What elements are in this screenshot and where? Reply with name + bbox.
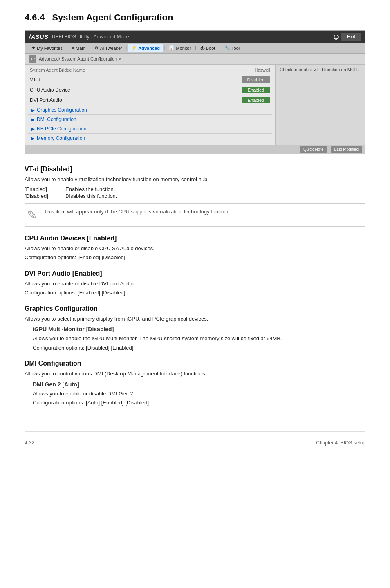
arrow-graphics-icon: ▶ — [31, 108, 35, 112]
tweaker-icon: ⚙ — [94, 45, 99, 51]
doc-dmi-gen2-para1: Allows you to enable or disable DMI Gen … — [33, 390, 365, 398]
bridge-name-label: System Agent Bridge Name — [30, 67, 85, 72]
last-modified-button[interactable]: Last Modified — [331, 146, 362, 153]
doc-vtd-val-disabled: Disables this function. — [65, 193, 117, 199]
doc-cpu-audio-heading: CPU Audio Devices [Enabled] — [25, 235, 365, 242]
bios-content: System Agent Bridge Name Haswell VT-d Di… — [25, 65, 365, 145]
note-icon: ✎ — [25, 208, 39, 222]
bridge-name-value: Haswell — [254, 67, 270, 72]
nav-item-favorites[interactable]: ★ My Favorites — [28, 44, 66, 52]
cpu-audio-label: CPU Audio Device — [30, 87, 70, 93]
doc-igpu-heading: iGPU Multi-Monitor [Disabled] — [33, 326, 365, 332]
dvi-audio-label: DVI Port Audio — [30, 97, 62, 103]
submenu-dmi[interactable]: ▶ DMI Configuration — [28, 115, 272, 124]
submenu-nb-pcie[interactable]: ▶ NB PCIe Configuration — [28, 124, 272, 134]
doc-dvi-audio-para2: Configuration options: [Enabled] [Disabl… — [25, 289, 365, 297]
doc-graphics-para1: Allows you to select a primary display f… — [25, 315, 365, 323]
cpu-audio-row[interactable]: CPU Audio Device Enabled — [28, 85, 272, 95]
bios-header: /ASUS UEFI BIOS Utility - Advanced Mode … — [25, 31, 365, 43]
doc-graphics-heading: Graphics Configuration — [25, 305, 365, 312]
doc-igpu-para2: Configuration options: [Disabled] [Enabl… — [33, 344, 365, 352]
breadcrumb-text: Advanced\ System Agent Configuration > — [39, 56, 121, 61]
list-icon: ≡ — [72, 46, 74, 51]
doc-igpu-para1: Allows you to enable the iGPU Multi-Moni… — [33, 334, 365, 343]
doc-vtd-row-disabled: [Disabled] Disables this function. — [25, 193, 365, 199]
vtd-label: VT-d — [30, 77, 40, 83]
nav-sep7: | — [243, 46, 246, 50]
nav-item-advanced[interactable]: ⚡ Advanced — [128, 44, 163, 52]
monitor-icon: 📊 — [169, 45, 175, 51]
footer-page-num: 4-32 — [25, 440, 34, 446]
doc-vtd-table: [Enabled] Enables the function. [Disable… — [25, 186, 365, 199]
quick-note-button[interactable]: Quick Note — [300, 146, 327, 153]
doc-vtd-para1: Allows you to enable virtualization tech… — [25, 175, 365, 184]
doc-dvi-audio: DVI Port Audio [Enabled] Allows you to e… — [25, 270, 365, 297]
page-title: 4.6.4 System Agent Configuration — [25, 12, 365, 23]
nav-sep1: | — [66, 46, 69, 50]
doc-dmi-gen2-heading: DMI Gen 2 [Auto] — [33, 381, 365, 388]
doc-dmi-config: DMI Configuration Allows you to control … — [25, 360, 365, 407]
back-button[interactable]: ↩ — [29, 55, 36, 63]
vtd-badge: Disabled — [242, 76, 270, 83]
submenu-memory[interactable]: ▶ Memory Configuration — [28, 134, 272, 143]
arrow-dmi-icon: ▶ — [31, 117, 35, 122]
doc-vtd-heading: VT-d [Disabled] — [25, 166, 365, 173]
nav-item-main[interactable]: ≡ Main — [69, 45, 89, 52]
arrow-memory-icon: ▶ — [31, 136, 35, 141]
bios-nav: ★ My Favorites | ≡ Main | ⚙ Ai Tweaker |… — [25, 43, 365, 54]
tool-icon: 🔧 — [224, 45, 230, 51]
bios-main-panel: System Agent Bridge Name Haswell VT-d Di… — [25, 65, 275, 145]
doc-vtd-key-disabled: [Disabled] — [25, 193, 65, 199]
dvi-audio-badge: Enabled — [242, 97, 270, 103]
doc-cpu-audio-para1: Allows you to enable or disable CPU SA A… — [25, 245, 365, 253]
doc-graphics-config: Graphics Configuration Allows you to sel… — [25, 305, 365, 352]
vtd-row[interactable]: VT-d Disabled — [28, 75, 272, 85]
footer-chapter: Chapter 4: BIOS setup — [316, 440, 365, 446]
doc-dmi-para1: Allows you to control various DMI (Deskt… — [25, 370, 365, 378]
star-icon: ★ — [31, 45, 36, 51]
exit-button[interactable]: Exit — [341, 33, 361, 41]
nav-item-monitor[interactable]: 📊 Monitor — [166, 44, 194, 52]
page-footer: 4-32 Chapter 4: BIOS setup — [25, 431, 365, 446]
sidebar-help-text: Check to enable VT-d function on MCH. — [280, 67, 359, 72]
nav-item-tool[interactable]: 🔧 Tool — [221, 44, 243, 52]
nav-sep6: | — [218, 46, 221, 50]
advanced-icon: ⚡ — [131, 45, 137, 51]
boot-icon: ⏻ — [200, 46, 205, 51]
doc-dmi-gen2-sub: DMI Gen 2 [Auto] Allows you to enable or… — [25, 381, 365, 407]
nav-item-boot[interactable]: ⏻ Boot — [197, 45, 219, 52]
doc-vtd-key-enabled: [Enabled] — [25, 186, 65, 192]
doc-igpu-sub: iGPU Multi-Monitor [Disabled] Allows you… — [25, 326, 365, 352]
doc-dmi-gen2-para2: Configuration options: [Auto] [Enabled] … — [33, 399, 365, 407]
doc-vtd-val-enabled: Enables the function. — [65, 186, 115, 192]
bios-footer: Quick Note Last Modified — [25, 145, 365, 154]
cpu-audio-badge: Enabled — [242, 87, 270, 93]
doc-vtd: VT-d [Disabled] Allows you to enable vir… — [25, 166, 365, 227]
vtd-note-box: ✎ This item will appear only if the CPU … — [25, 203, 365, 227]
doc-vtd-row-enabled: [Enabled] Enables the function. — [25, 186, 365, 192]
nav-sep4: | — [163, 46, 166, 50]
doc-cpu-audio: CPU Audio Devices [Enabled] Allows you t… — [25, 235, 365, 262]
nav-item-ai-tweaker[interactable]: ⚙ Ai Tweaker — [91, 44, 125, 52]
asus-logo: /ASUS — [29, 34, 49, 40]
bios-mode-title: UEFI BIOS Utility - Advanced Mode — [52, 34, 129, 40]
nav-sep5: | — [194, 46, 197, 50]
note-text: This item will appear only if the CPU su… — [44, 208, 231, 216]
submenu-graphics[interactable]: ▶ Graphics Configuration — [28, 105, 272, 115]
doc-dvi-audio-para1: Allows you to enable or disable DVI port… — [25, 280, 365, 288]
breadcrumb: ↩ Advanced\ System Agent Configuration > — [25, 54, 365, 65]
arrow-nbpcie-icon: ▶ — [31, 127, 35, 131]
nav-sep2: | — [89, 46, 92, 50]
doc-cpu-audio-para2: Configuration options: [Enabled] [Disabl… — [25, 254, 365, 262]
bios-sidebar: Check to enable VT-d function on MCH. — [275, 65, 365, 145]
doc-dmi-heading: DMI Configuration — [25, 360, 365, 367]
dvi-audio-row[interactable]: DVI Port Audio Enabled — [28, 95, 272, 105]
power-icon: ⏻ — [333, 34, 339, 40]
bridge-name-row: System Agent Bridge Name Haswell — [28, 66, 272, 74]
nav-sep3: | — [126, 46, 128, 50]
doc-dvi-audio-heading: DVI Port Audio [Enabled] — [25, 270, 365, 277]
bios-box: /ASUS UEFI BIOS Utility - Advanced Mode … — [25, 30, 365, 154]
